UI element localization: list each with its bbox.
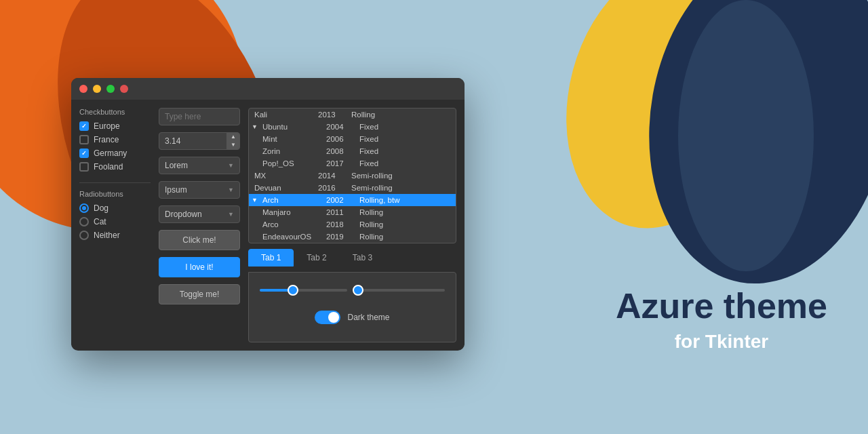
tree-name: Kali	[254, 111, 315, 119]
checkbox-europe-label: Europe	[94, 121, 120, 131]
treeview: Kali 2013 Rolling ▼ Ubuntu 2004 Fixed Mi…	[248, 108, 456, 243]
dropdown1-value: Lorem	[165, 161, 228, 170]
tree-year: 2011	[326, 208, 357, 216]
table-row[interactable]: Manjaro 2011 Rolling	[249, 206, 456, 218]
tree-year: 2018	[326, 220, 357, 229]
dropdown1[interactable]: Lorem ▼	[159, 157, 240, 174]
tab-3[interactable]: Tab 3	[340, 249, 385, 267]
table-row[interactable]: ▼ Ubuntu 2004 Fixed	[249, 121, 456, 133]
checkbox-fooland[interactable]: Fooland	[79, 162, 151, 172]
right-panel: Kali 2013 Rolling ▼ Ubuntu 2004 Fixed Mi…	[248, 108, 456, 342]
table-row[interactable]: MX 2014 Semi-rolling	[249, 170, 456, 182]
decorative-shape-navy	[678, 0, 814, 271]
tree-release: Rolling	[351, 111, 450, 119]
tree-release: Fixed	[359, 135, 450, 143]
tree-name: Pop!_OS	[262, 159, 323, 167]
spinner-down-button[interactable]: ▼	[227, 141, 239, 149]
dropdown3-arrow-icon: ▼	[228, 211, 234, 218]
left-panel: Checkbuttons Europe France Germany Foola…	[79, 108, 151, 342]
tree-name: EndeavourOS	[262, 233, 323, 241]
spinner-up-button[interactable]: ▲	[227, 133, 239, 141]
slider-1[interactable]	[260, 283, 347, 297]
titlebar	[71, 78, 465, 100]
checkbox-france-box[interactable]	[79, 135, 89, 144]
checkbox-germany-label: Germany	[94, 149, 127, 158]
checkbox-france[interactable]: France	[79, 135, 151, 144]
tree-year: 2013	[318, 111, 349, 119]
slider-2-thumb[interactable]	[353, 285, 363, 296]
dark-theme-toggle[interactable]	[315, 311, 340, 324]
table-row[interactable]: Pop!_OS 2017 Fixed	[249, 157, 456, 170]
checkbox-germany-box[interactable]	[79, 149, 89, 158]
table-row[interactable]: Mint 2006 Fixed	[249, 133, 456, 145]
tree-release: Rolling	[359, 208, 450, 216]
brand-subtitle: for Tkinter	[616, 331, 827, 353]
divider	[79, 182, 151, 183]
close2-button[interactable]	[120, 85, 128, 93]
tree-year: 2014	[318, 172, 349, 180]
spinner-buttons: ▲ ▼	[226, 133, 239, 149]
table-row[interactable]: Kali 2013 Rolling	[249, 108, 456, 121]
dropdown2[interactable]: Ipsum ▼	[159, 181, 240, 199]
tab-2[interactable]: Tab 2	[294, 249, 339, 267]
table-row[interactable]: Devuan 2016 Semi-rolling	[249, 182, 456, 194]
tree-release: Fixed	[359, 159, 450, 167]
table-row[interactable]: EndeavourOS 2019 Rolling	[249, 231, 456, 243]
click-button[interactable]: Click me!	[159, 230, 240, 250]
checkbox-fooland-box[interactable]	[79, 162, 89, 172]
tree-year: 2016	[318, 184, 349, 192]
toggle-row: Dark theme	[260, 311, 445, 324]
checkbox-europe-box[interactable]	[79, 121, 89, 131]
radio-dog-label: Dog	[94, 203, 108, 213]
maximize-button[interactable]	[106, 85, 115, 93]
dark-theme-label: Dark theme	[347, 313, 389, 322]
tree-name: Devuan	[254, 184, 315, 192]
number-input-wrapper: ▲ ▼	[159, 132, 240, 150]
table-row[interactable]: Zorin 2008 Fixed	[249, 145, 456, 157]
dropdown2-value: Ipsum	[165, 185, 228, 195]
tree-name: MX	[254, 172, 315, 180]
tabs-bar: Tab 1 Tab 2 Tab 3	[248, 249, 456, 267]
tree-toggle-icon: ▼	[252, 123, 260, 130]
tree-release: Rolling, btw	[359, 196, 450, 204]
radio-cat[interactable]: Cat	[79, 217, 151, 226]
slider-1-track	[260, 289, 347, 292]
slider-2-track	[358, 289, 446, 292]
radio-dog[interactable]: Dog	[79, 203, 151, 213]
number-input[interactable]	[159, 133, 226, 149]
table-row[interactable]: ▼ Arch 2002 Rolling, btw	[249, 194, 456, 206]
text-input[interactable]	[159, 108, 240, 125]
tree-year: 2019	[326, 233, 357, 241]
checkbox-europe[interactable]: Europe	[79, 121, 151, 131]
table-row[interactable]: Arco 2018 Rolling	[249, 218, 456, 231]
love-button[interactable]: I love it!	[159, 257, 240, 277]
close-button[interactable]	[79, 85, 87, 93]
dropdown3[interactable]: Dropdown ▼	[159, 205, 240, 223]
slider-2[interactable]	[358, 283, 446, 297]
tree-name: Manjaro	[262, 208, 323, 216]
dropdown2-arrow-icon: ▼	[228, 186, 234, 193]
checkbox-germany[interactable]: Germany	[79, 149, 151, 158]
tree-name: Mint	[262, 135, 323, 143]
radio-neither-circle[interactable]	[79, 231, 89, 240]
tree-release: Fixed	[359, 147, 450, 155]
minimize-button[interactable]	[93, 85, 101, 93]
tab-1[interactable]: Tab 1	[248, 249, 294, 267]
tree-year: 2008	[326, 147, 357, 155]
sliders-row	[260, 283, 445, 297]
tree-release: Fixed	[359, 123, 450, 131]
window-content: Checkbuttons Europe France Germany Foola…	[71, 100, 465, 351]
radio-group: Dog Cat Neither	[79, 203, 151, 240]
branding-section: Azure theme for Tkinter	[616, 287, 827, 353]
radio-cat-circle[interactable]	[79, 217, 89, 226]
slider-1-thumb[interactable]	[288, 285, 298, 296]
toggle-thumb	[328, 312, 339, 323]
toggle-button[interactable]: Toggle me!	[159, 284, 240, 304]
tree-release: Semi-rolling	[351, 172, 450, 180]
tree-year: 2004	[326, 123, 357, 131]
radio-neither[interactable]: Neither	[79, 231, 151, 240]
tree-year: 2017	[326, 159, 357, 167]
brand-title: Azure theme	[616, 287, 827, 326]
tab-content: Dark theme	[248, 272, 456, 342]
radio-dog-circle[interactable]	[79, 203, 89, 213]
